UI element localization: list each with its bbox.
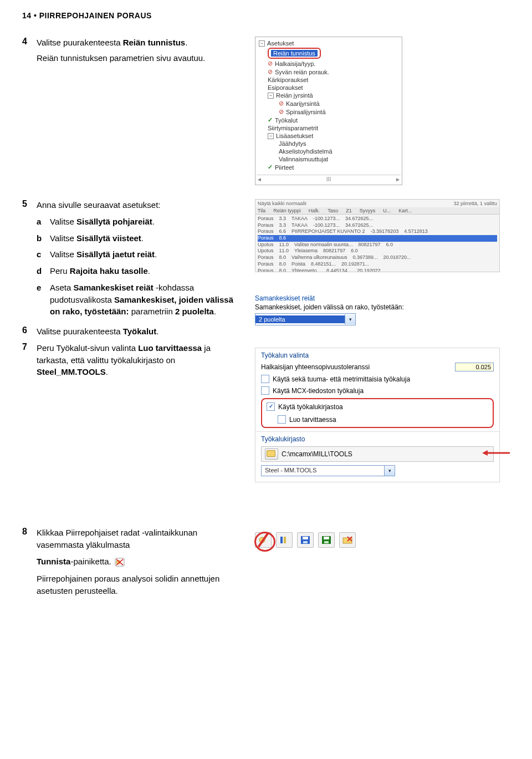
- tree-item-label: Siirtymisparametrit: [268, 125, 318, 131]
- save-blue-icon[interactable]: [297, 532, 314, 548]
- tree-item[interactable]: −Asetukset: [257, 39, 401, 47]
- tree-item[interactable]: Jäähdytys: [257, 140, 401, 147]
- table-cell: TAKAA: [291, 216, 308, 222]
- table-row[interactable]: Upotus11.0Valitse normaalin suunta...808…: [258, 242, 497, 248]
- tolerance-field[interactable]: 0.025: [455, 363, 494, 371]
- table-cell: Upotus: [258, 242, 274, 248]
- column-header[interactable]: Reiän tyyppi: [273, 208, 301, 213]
- step-5-number: 5: [22, 199, 37, 320]
- step-7-body: Peru Työkalut-sivun valinta Luo tarvitta…: [37, 342, 238, 378]
- table-cell: 34.672625...: [345, 222, 373, 229]
- tree-expander-icon[interactable]: −: [259, 40, 265, 47]
- column-header[interactable]: Tila: [258, 208, 265, 213]
- inch-metric-checkbox[interactable]: [261, 375, 269, 383]
- check-icon: ✓: [268, 164, 273, 171]
- tree-item[interactable]: Esiporaukset: [257, 84, 401, 91]
- folder-delete-icon[interactable]: [339, 532, 356, 548]
- table-cell: 8.482151...: [311, 261, 336, 268]
- column-header[interactable]: Taso: [328, 208, 338, 213]
- table-cell: Upotus: [258, 248, 274, 254]
- table-cell: 20.192022...: [357, 268, 385, 273]
- table-cell: 8.0: [279, 261, 287, 268]
- table-cell: 8.0: [279, 268, 287, 273]
- column-header[interactable]: Halk.: [309, 208, 320, 213]
- svg-rect-9: [303, 541, 308, 543]
- tree-item[interactable]: ⊘Kaarijyrsintä: [257, 99, 401, 108]
- svg-rect-5: [280, 537, 283, 543]
- column-header[interactable]: Z1: [346, 208, 352, 213]
- tree-item[interactable]: −Lisäasetukset: [257, 132, 401, 140]
- chevron-down-icon[interactable]: ▾: [345, 314, 355, 324]
- library-select[interactable]: Steel - MM.TOOLS ▾: [261, 465, 395, 476]
- disabled-icon: ⊘: [279, 108, 284, 115]
- mcx-tools-checkbox[interactable]: [261, 386, 269, 395]
- column-header[interactable]: Kart...: [398, 208, 412, 213]
- table-cell: Poraus: [258, 222, 274, 229]
- table-cell: 6.0: [386, 242, 393, 248]
- step-5-body: Anna sivulle seuraavat asetukset: aValit…: [37, 199, 238, 320]
- save-green-icon[interactable]: [318, 532, 335, 548]
- folder-icon[interactable]: [265, 449, 278, 460]
- table-row[interactable]: Poraus8.0Vaihenna ulkoreunaisuus0.367389…: [258, 254, 497, 261]
- table-row[interactable]: Poraus6.6PIIRREPOHJAISET KUVANTO 2-3.391…: [258, 228, 497, 235]
- table-cell: Yleiasema: [294, 248, 318, 254]
- features-table[interactable]: Näytä kaikki normaalit 32 piirrettä, 1 v…: [255, 199, 500, 272]
- tree-item[interactable]: Akselistoyhdistelmä: [257, 147, 401, 155]
- tree-item-label: Kaarijyrsintä: [286, 100, 320, 107]
- table-cell: PIIRREPOHJAISET KUVANTO 2: [291, 228, 365, 235]
- create-if-needed-checkbox[interactable]: [278, 415, 286, 424]
- table-cell: 80821797: [323, 248, 345, 254]
- tree-item[interactable]: ⊘Spiraalijyrsintä: [257, 108, 401, 116]
- table-row[interactable]: Poraus8.0Yhteenveto...8.445134...20.1920…: [258, 268, 497, 273]
- tree-item[interactable]: Kärkiporaukset: [257, 76, 401, 84]
- table-row[interactable]: Poraus8.6: [258, 235, 497, 242]
- tree-item[interactable]: ⊘Halkaisija/tyyp.: [257, 59, 401, 68]
- table-cell: Poraus: [258, 268, 274, 273]
- group-title: Samankeskiset reiät: [255, 294, 493, 302]
- tree-expander-icon[interactable]: −: [268, 133, 274, 139]
- tree-item-label: Reiän tunnistus: [271, 50, 318, 57]
- dialog-toolbar: [255, 532, 510, 548]
- tree-item[interactable]: ⊘Syvän reiän porauk.: [257, 68, 401, 76]
- table-cell: -3.39178203: [371, 228, 399, 235]
- table-row[interactable]: Poraus3.3TAKAA-100.1273...34.672625...: [258, 216, 497, 222]
- sides-dropdown[interactable]: 2 puolelta ▾: [255, 313, 356, 325]
- library-path-row[interactable]: C:\mcamx\MILL\TOOLS: [261, 446, 494, 462]
- library-title: Työkalukirjasto: [261, 435, 494, 443]
- selection-highlight: Reiän tunnistus: [268, 48, 321, 59]
- column-header[interactable]: Syvyys: [360, 208, 376, 213]
- tree-item[interactable]: −Reiän jyrsintä: [257, 91, 401, 99]
- hammers-icon[interactable]: [276, 532, 293, 548]
- table-row[interactable]: Poraus3.3TAKAA-100.1273...34.672625...: [258, 222, 497, 229]
- use-library-checkbox[interactable]: ✓: [267, 403, 275, 411]
- table-row[interactable]: Poraus8.0Poista8.482151...20.192871...: [258, 261, 497, 268]
- table-cell: 4.5712813: [404, 228, 428, 235]
- tree-expander-icon[interactable]: −: [268, 93, 274, 99]
- svg-rect-8: [303, 537, 308, 539]
- svg-point-4: [259, 537, 265, 543]
- tree-scrollbar[interactable]: ◄III►: [257, 175, 401, 182]
- tree-item-label: Akselistoyhdistelmä: [279, 148, 332, 155]
- tree-item[interactable]: Siirtymisparametrit: [257, 124, 401, 132]
- mcx-tools-label: Käytä MCX-tiedoston työkaluja: [273, 387, 364, 395]
- tree-item-label: Esiporaukset: [268, 84, 303, 91]
- tree-item[interactable]: Valinnaismuuttujat: [257, 155, 401, 163]
- table-cell: Valitse normaalin suunta...: [294, 242, 352, 248]
- tree-item-label: Piirteet: [275, 164, 294, 171]
- tree-item-label: Halkaisija/tyyp.: [275, 60, 315, 67]
- library-options-highlight: ✓ Käytä työkalukirjastoa Luo tarvittaess…: [261, 398, 494, 428]
- table-row[interactable]: Upotus11.0Yleiasema808217976.0: [258, 248, 497, 254]
- tree-item-label: Kärkiporaukset: [268, 77, 308, 83]
- tree-panel[interactable]: −AsetuksetReiän tunnistus⊘Halkaisija/tyy…: [255, 37, 402, 185]
- tree-item[interactable]: ✓Piirteet: [257, 163, 401, 171]
- tree-item[interactable]: ✓Työkalut: [257, 116, 401, 124]
- page-header: 14 • PIIRREPOHJAINEN PORAUS: [22, 11, 510, 20]
- table-cell: 8.445134...: [326, 268, 351, 273]
- table-cell: TAKAA: [291, 222, 308, 229]
- chevron-down-icon[interactable]: ▾: [384, 466, 395, 476]
- tree-item[interactable]: Reiän tunnistus: [257, 47, 401, 59]
- concentric-holes-group: Samankeskiset reiät Samankeskiset, joide…: [255, 294, 493, 325]
- table-cell: Vaihenna ulkoreunaisuus: [291, 254, 347, 261]
- column-header[interactable]: U...: [383, 208, 391, 213]
- table-cell: Poraus: [258, 228, 274, 235]
